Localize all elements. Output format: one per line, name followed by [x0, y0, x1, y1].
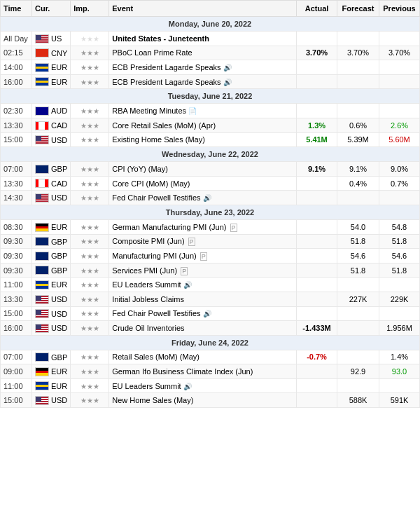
event-name: Composite PMI (Jun) P	[109, 234, 297, 249]
event-actual	[297, 364, 337, 379]
event-forecast: 0.6%	[337, 118, 379, 132]
event-previous: 1.956M	[379, 321, 420, 336]
event-time: All Day	[1, 32, 32, 46]
event-currency: USD	[32, 292, 71, 306]
event-currency: EUR	[32, 60, 71, 75]
event-time: 13:30	[1, 292, 32, 306]
event-actual	[297, 32, 337, 46]
event-importance: ★★★	[71, 176, 109, 191]
event-currency: US	[32, 32, 71, 46]
table-row: 09:00 EUR ★★★ German Ifo Business Climat…	[1, 364, 420, 379]
event-actual: 1.3%	[297, 118, 337, 132]
economic-calendar-table: Time Cur. Imp. Event Actual Forecast Pre…	[0, 0, 420, 408]
event-forecast: 588K	[337, 393, 379, 408]
event-previous	[379, 378, 420, 393]
event-currency: EUR	[32, 219, 71, 234]
event-previous: 93.0	[379, 364, 420, 379]
event-importance: ★★★	[71, 46, 109, 60]
event-name: German Ifo Business Climate Index (Jun)	[109, 364, 297, 379]
event-actual	[297, 378, 337, 393]
table-row: 09:30 GBP ★★★ Services PMI (Jun) P 51.8 …	[1, 263, 420, 278]
table-row: 09:30 GBP ★★★ Manufacturing PMI (Jun) P …	[1, 249, 420, 264]
event-importance: ★★★	[71, 278, 109, 292]
section-header: Monday, June 20, 2022	[1, 17, 420, 32]
event-previous: 54.8	[379, 219, 420, 234]
event-actual	[297, 278, 337, 292]
event-time: 02:15	[1, 46, 32, 60]
event-name: United States - Juneteenth	[109, 32, 297, 46]
event-importance: ★★★	[71, 321, 109, 336]
event-previous	[379, 74, 420, 89]
event-importance: ★★★	[71, 306, 109, 321]
event-currency: CAD	[32, 118, 71, 132]
event-previous	[379, 191, 420, 205]
event-forecast	[337, 350, 379, 364]
event-currency: GBP	[32, 162, 71, 177]
section-title: Friday, June 24, 2022	[1, 335, 420, 350]
event-time: 07:00	[1, 350, 32, 364]
event-previous	[379, 278, 420, 292]
event-previous: 54.6	[379, 249, 420, 264]
event-time: 14:30	[1, 191, 32, 205]
event-forecast: 227K	[337, 292, 379, 306]
event-currency: GBP	[32, 249, 71, 264]
event-currency: USD	[32, 393, 71, 408]
table-row: 16:00 EUR ★★★ ECB President Lagarde Spea…	[1, 74, 420, 89]
section-header: Wednesday, June 22, 2022	[1, 147, 420, 162]
event-importance: ★★★	[71, 118, 109, 132]
event-previous: 2.6%	[379, 118, 420, 132]
event-time: 09:30	[1, 263, 32, 278]
event-currency: EUR	[32, 74, 71, 89]
table-row: 02:30 AUD ★★★ RBA Meeting Minutes 📄	[1, 104, 420, 118]
table-row: 09:30 GBP ★★★ Composite PMI (Jun) P 51.8…	[1, 234, 420, 249]
event-actual	[297, 249, 337, 264]
event-currency: AUD	[32, 104, 71, 118]
table-row: 13:30 CAD ★★★ Core CPI (MoM) (May) 0.4% …	[1, 176, 420, 191]
event-importance: ★★★	[71, 74, 109, 89]
event-forecast	[337, 32, 379, 46]
section-header: Tuesday, June 21, 2022	[1, 89, 420, 104]
table-row: 14:00 EUR ★★★ ECB President Lagarde Spea…	[1, 60, 420, 75]
event-importance: ★★★	[71, 104, 109, 118]
event-previous: 5.60M	[379, 132, 420, 147]
event-name: PBoC Loan Prime Rate	[109, 46, 297, 60]
col-header-event: Event	[109, 1, 297, 17]
table-row: 07:00 GBP ★★★ CPI (YoY) (May) 9.1% 9.1% …	[1, 162, 420, 177]
event-previous: 591K	[379, 393, 420, 408]
event-forecast: 5.39M	[337, 132, 379, 147]
event-name: Existing Home Sales (May)	[109, 132, 297, 147]
event-time: 11:00	[1, 278, 32, 292]
event-importance: ★★★	[71, 292, 109, 306]
event-name: EU Leaders Summit 🔊	[109, 378, 297, 393]
event-name: Crude Oil Inventories	[109, 321, 297, 336]
event-name: CPI (YoY) (May)	[109, 162, 297, 177]
event-actual	[297, 234, 337, 249]
event-importance: ★★★	[71, 191, 109, 205]
event-importance: ★★★	[71, 378, 109, 393]
event-time: 02:30	[1, 104, 32, 118]
event-forecast	[337, 321, 379, 336]
table-row: 14:30 USD ★★★ Fed Chair Powell Testifies…	[1, 191, 420, 205]
event-actual	[297, 74, 337, 89]
event-currency: EUR	[32, 364, 71, 379]
event-time: 09:00	[1, 364, 32, 379]
section-header: Friday, June 24, 2022	[1, 335, 420, 350]
event-currency: GBP	[32, 263, 71, 278]
event-forecast: 92.9	[337, 364, 379, 379]
event-time: 15:00	[1, 306, 32, 321]
event-actual	[297, 219, 337, 234]
col-header-imp: Imp.	[71, 1, 109, 17]
col-header-forecast: Forecast	[337, 1, 379, 17]
event-previous: 1.4%	[379, 350, 420, 364]
table-row: 11:00 EUR ★★★ EU Leaders Summit 🔊	[1, 378, 420, 393]
event-forecast: 51.8	[337, 263, 379, 278]
event-forecast	[337, 191, 379, 205]
table-row: 08:30 EUR ★★★ German Manufacturing PMI (…	[1, 219, 420, 234]
event-currency: CAD	[32, 176, 71, 191]
event-name: Services PMI (Jun) P	[109, 263, 297, 278]
event-forecast: 3.70%	[337, 46, 379, 60]
event-importance: ★★★	[71, 350, 109, 364]
event-currency: EUR	[32, 278, 71, 292]
table-row: 15:00 USD ★★★ Existing Home Sales (May) …	[1, 132, 420, 147]
event-importance: ★★★	[71, 234, 109, 249]
